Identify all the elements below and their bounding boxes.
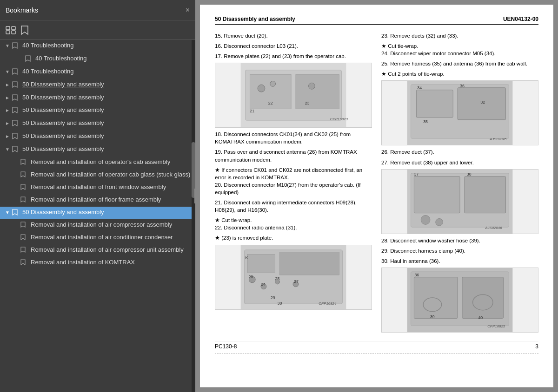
bookmark-icon[interactable]	[20, 25, 29, 35]
svg-text:34: 34	[417, 85, 422, 90]
sidebar-header: Bookmarks ×	[0, 0, 195, 20]
bookmark-icon-item	[20, 196, 28, 205]
bookmark-icon-item	[20, 234, 28, 242]
bookmark-icon-item	[12, 146, 20, 155]
expand-arrow[interactable]: ►	[4, 95, 11, 101]
bookmark-icon-item	[20, 184, 28, 192]
bookmark-icon-item	[12, 81, 20, 90]
expand-arrow[interactable]: ▼	[4, 69, 11, 75]
bookmark-item-active[interactable]: ▼ 50 Disassembly and assembly	[0, 207, 195, 220]
bookmark-icon-item	[12, 209, 20, 218]
bookmark-item[interactable]: 40 Troubleshooting	[0, 53, 195, 66]
bookmark-icon-item	[12, 133, 20, 142]
svg-rect-17	[247, 254, 275, 272]
sidebar-toolbar	[0, 20, 195, 40]
bookmark-label: 40 Troubleshooting	[35, 55, 192, 63]
list-item[interactable]: Removal and installation of air compress…	[0, 244, 195, 257]
bookmark-label: 50 Disassembly and assembly	[22, 132, 192, 140]
bookmark-icon-item	[20, 247, 28, 255]
step-20: 20. Disconnect connector M10(27) from th…	[215, 181, 372, 196]
svg-text:38: 38	[467, 171, 472, 176]
step-19: 19. Pass over and disconnect antenna (26…	[215, 148, 372, 163]
step-16: 16. Disconnect connector L03 (21).	[215, 42, 372, 50]
expand-arrow[interactable]: ▼	[4, 146, 11, 152]
list-item[interactable]: Removal and installation of air conditio…	[0, 232, 195, 244]
collapse-panel-toggle[interactable]: ◀	[194, 189, 195, 203]
svg-rect-18	[279, 252, 339, 274]
bookmark-label: Removal and installation of floor frame …	[31, 196, 192, 204]
svg-rect-1	[12, 26, 15, 30]
expand-arrow[interactable]: ►	[4, 82, 11, 88]
svg-text:21: 21	[250, 109, 254, 114]
expand-arrow[interactable]: ►	[4, 120, 11, 126]
content-columns: 15. Remove duct (20). 16. Disconnect con…	[215, 32, 538, 335]
svg-text:29: 29	[271, 295, 275, 300]
bookmark-label: 50 Disassembly and assembly	[22, 119, 192, 127]
bookmark-item[interactable]: ▼ 40 Troubleshooting	[0, 66, 195, 79]
svg-text:30: 30	[278, 301, 282, 306]
step-21-note: ★ Cut tie-wrap.	[215, 216, 372, 224]
diagram-5: 36 39 40 CPP16825	[381, 268, 538, 333]
list-item[interactable]: Removal and installation of operator's c…	[0, 157, 195, 169]
page-footer-number: 3	[535, 343, 538, 350]
svg-text:25: 25	[275, 276, 280, 281]
svg-text:36: 36	[460, 84, 465, 88]
bookmark-label: 40 Troubleshooting	[22, 68, 192, 76]
svg-text:36: 36	[414, 273, 419, 277]
sidebar-content[interactable]: ▼ 40 Troubleshooting 40 Troubleshooting …	[0, 40, 195, 392]
bookmark-item[interactable]: ► 50 Disassembly and assembly	[0, 131, 195, 144]
step-29: 29. Disconnect harness clamp (40).	[381, 247, 538, 255]
bookmark-label: Removal and installation of air compress…	[31, 246, 192, 254]
bookmark-icon-item	[25, 55, 33, 64]
page-header-id: UEN04132-00	[503, 16, 538, 22]
bookmark-icon-item	[12, 68, 20, 77]
svg-rect-43	[465, 176, 506, 213]
grid-icon[interactable]	[6, 26, 16, 34]
svg-rect-0	[6, 26, 10, 30]
col-right: 23. Remove ducts (32) and (33). ★ Cut ti…	[381, 32, 538, 335]
col-left: 15. Remove duct (20). 16. Disconnect con…	[215, 32, 372, 335]
svg-rect-42	[414, 176, 460, 213]
step-22-note: ★ (23) is removed plate.	[215, 234, 372, 242]
bookmark-item[interactable]: ► 50 Disassembly and assembly	[0, 92, 195, 105]
bookmark-item[interactable]: ▼ 50 Disassembly and assembly	[0, 144, 195, 157]
pdf-viewer: 50 Disassembly and assembly UEN04132-00 …	[195, 0, 558, 392]
step-28: 28. Disconnect window washer hose (39).	[381, 237, 538, 244]
bookmark-icon-item	[20, 222, 28, 230]
svg-text:AJS02846: AJS02846	[485, 226, 502, 230]
page-divider	[215, 353, 538, 354]
bookmark-item[interactable]: ► 50 Disassembly and assembly	[0, 105, 195, 118]
bookmark-icon-item	[12, 107, 20, 116]
svg-point-44	[421, 215, 430, 224]
bookmark-item[interactable]: ▼ 40 Troubleshooting	[0, 40, 195, 53]
step-27: 27. Remove duct (38) upper and lower.	[381, 159, 538, 166]
list-item[interactable]: Removal and installation of front window…	[0, 182, 195, 194]
bookmark-label: 50 Disassembly and assembly	[22, 94, 192, 102]
list-item[interactable]: Removal and installation of KOMTRAX	[0, 257, 195, 269]
bookmark-item[interactable]: ► 50 Disassembly and assembly	[0, 79, 195, 92]
svg-text:39: 39	[430, 314, 435, 319]
expand-arrow[interactable]: ▼	[4, 43, 11, 49]
svg-rect-33	[416, 90, 453, 118]
expand-arrow[interactable]: ►	[4, 107, 11, 113]
pdf-page[interactable]: 50 Disassembly and assembly UEN04132-00 …	[200, 5, 553, 387]
bookmark-label: Removal and installation of operator's c…	[31, 158, 192, 166]
step-18: 18. Disconnect connectors CK01(24) and C…	[215, 131, 372, 145]
list-item[interactable]: Removal and installation of operator cab…	[0, 169, 195, 182]
svg-text:32: 32	[480, 100, 485, 105]
diagram-4: 37 38 AJS02846	[381, 169, 538, 234]
step-23: 23. Remove ducts (32) and (33).	[381, 32, 538, 39]
close-button[interactable]: ×	[186, 7, 190, 14]
svg-text:37: 37	[414, 171, 418, 176]
bookmark-icon-item	[20, 259, 28, 268]
expand-arrow[interactable]: ►	[4, 133, 11, 139]
bookmark-item[interactable]: ► 50 Disassembly and assembly	[0, 118, 195, 131]
svg-rect-3	[12, 31, 15, 34]
svg-rect-52	[462, 277, 504, 319]
list-item[interactable]: Removal and installation of floor frame …	[0, 194, 195, 207]
expand-arrow[interactable]: ▼	[4, 209, 11, 216]
list-item[interactable]: Removal and installation of air compress…	[0, 219, 195, 232]
svg-text:35: 35	[423, 119, 428, 124]
bookmark-icon-item	[12, 120, 20, 129]
svg-point-8	[258, 85, 265, 92]
